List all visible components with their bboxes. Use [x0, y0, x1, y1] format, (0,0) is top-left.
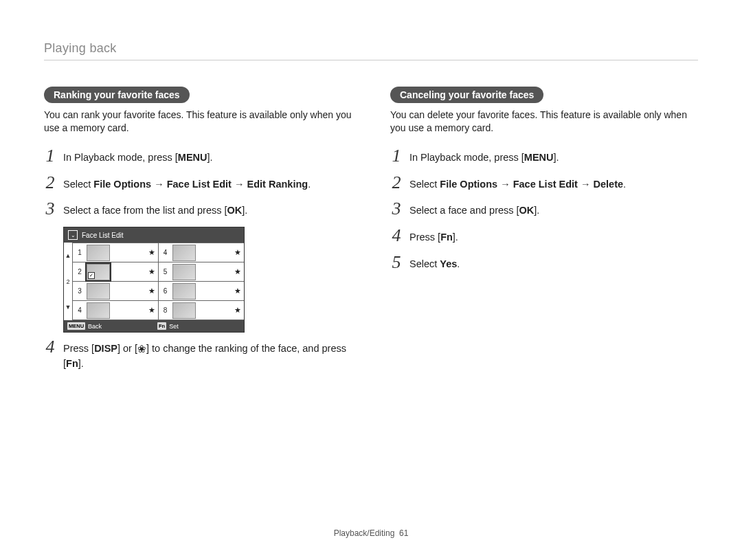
- pill-heading-ranking: Ranking your favorite faces: [44, 87, 190, 103]
- footer-set-label: Set: [169, 323, 179, 330]
- star-icon: ★: [148, 248, 155, 257]
- text: ].: [78, 358, 84, 369]
- menu-key: MENU: [178, 150, 207, 166]
- lcd-footer: MENU Back Fn Set: [64, 320, 244, 332]
- manual-page: Playing back Ranking your favorite faces…: [0, 0, 742, 560]
- step-number: 4: [390, 227, 403, 245]
- fn-badge: Fn: [157, 322, 166, 330]
- intro-text: You can delete your favorite faces. This…: [390, 109, 698, 135]
- step-2: 2 Select File Options → Face List Edit →…: [390, 174, 698, 192]
- text: ].: [534, 205, 539, 216]
- face-thumbnail: [87, 283, 110, 300]
- face-cell: 6★: [159, 282, 245, 301]
- step-number: 4: [44, 338, 56, 356]
- check-icon: ✓: [88, 272, 95, 279]
- right-column: Canceling your favorite faces You can de…: [390, 87, 698, 380]
- scroll-index: 2: [66, 278, 69, 285]
- step-3: 3 Select a face from the list and press …: [44, 200, 352, 219]
- menu-path: File Options → Face List Edit → Delete: [440, 179, 623, 190]
- star-icon: ★: [148, 267, 155, 276]
- fn-key: Fn: [440, 230, 453, 245]
- step-1: 1 In Playback mode, press [MENU].: [390, 147, 698, 166]
- step-number: 2: [390, 174, 403, 192]
- step-body: In Playback mode, press [MENU].: [409, 147, 698, 166]
- face-cell: 4★: [73, 301, 159, 320]
- face-cell: 4★: [159, 243, 245, 262]
- face-icon: ⌄: [68, 230, 78, 240]
- page-number: 61: [399, 528, 408, 538]
- face-rank-number: 4: [76, 306, 84, 314]
- step-3: 3 Select a face and press [OK].: [390, 200, 698, 219]
- step-body: Select a face and press [OK].: [409, 200, 698, 219]
- footer-set: Fn Set: [154, 320, 244, 332]
- star-icon: ★: [234, 287, 241, 295]
- star-icon: ★: [148, 287, 155, 295]
- chevron-down-icon: ▼: [65, 304, 71, 311]
- text: Press [: [63, 343, 94, 354]
- step-body: Select File Options → Face List Edit → E…: [63, 174, 352, 192]
- step-body: Select File Options → Face List Edit → D…: [409, 174, 698, 192]
- step-body: Select Yes.: [409, 254, 698, 272]
- step-4: 4 Press [Fn].: [390, 227, 698, 245]
- step-number: 1: [44, 147, 56, 165]
- face-list-edit-screen: ⌄ Face List Edit ▲ 2 ▼ 1★4★2✓★5★3★6★4★8★: [63, 227, 245, 333]
- text: ].: [207, 152, 213, 163]
- face-rank-number: 4: [161, 249, 170, 256]
- two-column-layout: Ranking your favorite faces You can rank…: [44, 87, 698, 380]
- lcd-body: ▲ 2 ▼ 1★4★2✓★5★3★6★4★8★: [64, 243, 244, 320]
- text: ] or [: [117, 343, 137, 354]
- step-number: 2: [44, 174, 56, 192]
- step-1: 1 In Playback mode, press [MENU].: [44, 147, 352, 166]
- macro-flower-icon: ❀: [137, 344, 146, 354]
- fn-key: Fn: [66, 357, 78, 372]
- section-title: Playing back: [44, 41, 698, 60]
- face-thumbnail: ✓: [87, 264, 110, 280]
- text: ].: [453, 232, 458, 243]
- step-body: In Playback mode, press [MENU].: [63, 147, 352, 166]
- face-thumbnail: [172, 264, 196, 280]
- text: Select a face and press [: [409, 205, 519, 216]
- ok-key: OK: [227, 203, 243, 219]
- step-5: 5 Select Yes.: [390, 254, 698, 272]
- face-thumbnail: [172, 245, 196, 261]
- face-grid: 1★4★2✓★5★3★6★4★8★: [73, 243, 244, 320]
- step-body: Press [DISP] or [❀] to change the rankin…: [63, 338, 352, 372]
- step-body: Select a face from the list and press [O…: [63, 200, 352, 219]
- lcd-header: ⌄ Face List Edit: [64, 227, 244, 243]
- step-number: 3: [44, 200, 56, 218]
- step-number: 1: [390, 147, 403, 165]
- face-cell: 1★: [73, 243, 159, 262]
- page-footer: Playback/Editing 61: [0, 528, 742, 538]
- face-rank-number: 2: [76, 268, 84, 276]
- star-icon: ★: [234, 306, 241, 315]
- menu-key: MENU: [524, 150, 554, 166]
- text: Select: [409, 179, 440, 190]
- text: Select: [409, 258, 440, 269]
- face-cell: 8★: [159, 301, 245, 320]
- left-column: Ranking your favorite faces You can rank…: [44, 87, 352, 380]
- text: Press [: [409, 232, 440, 243]
- star-icon: ★: [234, 267, 241, 276]
- footer-back: MENU Back: [64, 320, 154, 332]
- step-number: 5: [390, 254, 403, 271]
- text: .: [308, 179, 311, 190]
- face-rank-number: 8: [161, 306, 170, 314]
- text: Select: [63, 179, 93, 190]
- face-rank-number: 6: [161, 287, 170, 295]
- chevron-up-icon: ▲: [65, 252, 71, 259]
- text: In Playback mode, press [: [63, 152, 178, 163]
- text: ].: [242, 205, 247, 216]
- text: .: [457, 258, 460, 269]
- face-cell: 2✓★: [73, 262, 159, 282]
- text: In Playback mode, press [: [409, 152, 524, 163]
- menu-badge: MENU: [67, 322, 85, 330]
- step-2: 2 Select File Options → Face List Edit →…: [44, 174, 352, 192]
- star-icon: ★: [234, 248, 241, 257]
- face-rank-number: 3: [76, 287, 84, 295]
- intro-text: You can rank your favorite faces. This f…: [44, 109, 352, 135]
- face-thumbnail: [87, 302, 110, 319]
- footer-back-label: Back: [88, 323, 102, 330]
- face-thumbnail: [172, 302, 196, 319]
- star-icon: ★: [148, 306, 155, 315]
- step-4: 4 Press [DISP] or [❀] to change the rank…: [44, 338, 352, 372]
